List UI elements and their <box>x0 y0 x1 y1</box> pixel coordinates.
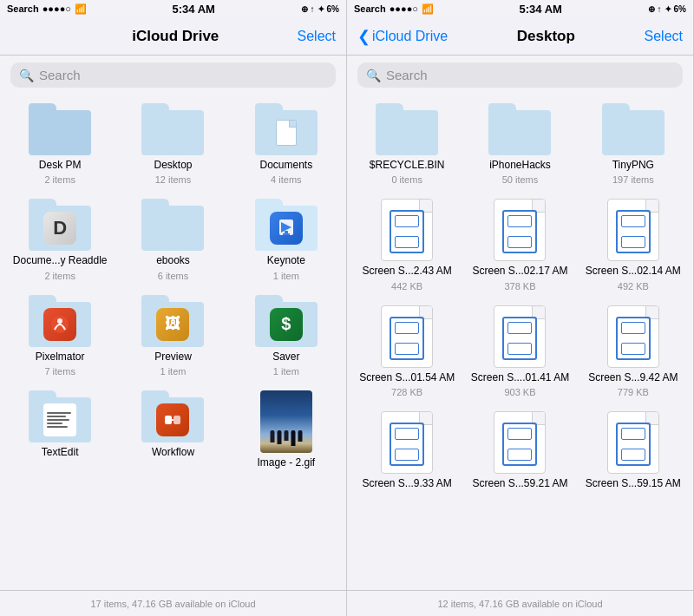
list-item[interactable]: Screen S...02.17 AM 378 KB <box>465 199 574 291</box>
search-placeholder-right: Search <box>386 68 428 82</box>
item-name: Screen S....01.41 AM <box>471 371 569 383</box>
folder-icon <box>602 103 665 155</box>
item-name: TinyPNG <box>612 159 654 171</box>
item-name: Screen S...59.21 AM <box>472 477 567 489</box>
app-logo-saver: $ <box>270 308 303 341</box>
folder-icon <box>141 103 204 155</box>
item-name: Image - 2.gif <box>257 456 315 469</box>
folder-icon-app <box>29 295 91 347</box>
list-item[interactable]: Screen S...9.42 AM 779 KB <box>579 305 688 397</box>
nav-bar-right: ❮ iCloud Drive Desktop Select <box>347 17 693 56</box>
screenshot-icon <box>607 305 659 368</box>
time-label: 5:34 AM <box>173 3 215 16</box>
wifi-icon: 📶 <box>75 3 87 15</box>
signal-dots: ●●●●○ <box>43 3 71 14</box>
folder-icon-app <box>255 199 318 251</box>
item-count: 442 KB <box>391 281 422 292</box>
item-count: 1 item <box>273 271 299 281</box>
status-left: Search ●●●●○ 📶 <box>7 3 87 15</box>
list-item[interactable]: Desk PM 2 items <box>5 103 115 185</box>
folder-icon-app <box>29 390 91 442</box>
list-item[interactable]: D Docume...y Readdle 2 items <box>5 199 115 280</box>
search-bar-right: 🔍 Search <box>347 56 693 95</box>
svg-rect-7 <box>174 416 180 424</box>
carrier-label: Search <box>7 3 39 14</box>
app-logo-pixelmator <box>43 308 76 341</box>
list-item[interactable]: ebooks 6 items <box>118 199 227 280</box>
item-count: 50 items <box>502 174 539 185</box>
list-item[interactable]: Workflow <box>118 390 227 472</box>
item-count: 903 KB <box>504 387 535 397</box>
list-item[interactable]: 🖼 Preview 1 item <box>118 295 227 377</box>
search-input-left[interactable]: 🔍 Search <box>10 62 336 88</box>
status-bar-left: Search ●●●●○ 📶 5:34 AM ⊕ ↑ ✦ 6% <box>0 0 346 17</box>
list-item[interactable]: Screen S...9.33 AM <box>352 411 462 493</box>
list-item[interactable]: iPhoneHacks 50 items <box>465 103 574 185</box>
item-count: 779 KB <box>618 387 649 397</box>
item-count: 728 KB <box>391 387 422 397</box>
list-item[interactable]: $ Saver 1 item <box>232 295 341 377</box>
screenshot-icon <box>607 411 659 474</box>
list-item[interactable]: TextEdit <box>5 390 115 472</box>
screenshot-icon <box>381 411 433 474</box>
item-count: 197 items <box>612 174 654 185</box>
app-logo-preview: 🖼 <box>156 308 189 341</box>
folder-icon <box>255 103 318 155</box>
arrow-icon-right: ↑ <box>658 4 662 14</box>
status-right-right: ⊕ ↑ ✦ 6% <box>648 4 686 14</box>
app-logo-dash: D <box>43 212 76 245</box>
item-name: Desktop <box>154 159 192 171</box>
folder-icon-app <box>141 390 204 442</box>
select-button-left[interactable]: Select <box>298 29 336 44</box>
image-thumbnail <box>260 390 312 453</box>
nav-title-right: Desktop <box>448 28 644 45</box>
search-input-right[interactable]: 🔍 Search <box>357 62 683 88</box>
item-count: 492 KB <box>618 281 649 292</box>
item-count: 2 items <box>44 271 75 281</box>
carrier-label-right: Search <box>354 3 386 14</box>
list-item[interactable]: Pixelmator 7 items <box>5 295 115 377</box>
list-item[interactable]: Keynote 1 item <box>232 199 341 280</box>
item-name: Screen S...02.17 AM <box>472 265 567 277</box>
screenshot-icon <box>381 305 433 368</box>
footer-text-left: 17 items, 47.16 GB available on iCloud <box>90 599 255 609</box>
wifi-icon-right: 📶 <box>422 3 434 15</box>
list-item[interactable]: $RECYCLE.BIN 0 items <box>352 103 462 185</box>
list-item[interactable]: Screen S...02.14 AM 492 KB <box>579 199 688 291</box>
item-name: Docume...y Readdle <box>13 254 108 266</box>
time-label-right: 5:34 AM <box>520 3 562 16</box>
list-item[interactable]: Screen S...59.21 AM <box>465 411 574 493</box>
list-item[interactable]: Screen S....01.41 AM 903 KB <box>465 305 574 397</box>
list-item[interactable]: Screen S...59.15 AM <box>579 411 688 493</box>
status-right: ⊕ ↑ ✦ 6% <box>301 4 339 14</box>
select-button-right[interactable]: Select <box>645 29 683 44</box>
bluetooth-icon-right: ✦ <box>665 4 671 14</box>
list-item[interactable]: Screen S...2.43 AM 442 KB <box>352 199 462 291</box>
screenshot-icon <box>607 199 659 261</box>
list-item[interactable]: TinyPNG 197 items <box>579 103 688 185</box>
bluetooth-icon: ✦ <box>318 4 324 14</box>
list-item[interactable]: Documents 4 items <box>232 103 341 185</box>
svg-rect-2 <box>283 233 290 235</box>
list-item[interactable]: Screen S...01.54 AM 728 KB <box>352 305 462 397</box>
panel-desktop: Search ●●●●○ 📶 5:34 AM ⊕ ↑ ✦ 6% ❮ iCloud… <box>347 0 694 616</box>
item-count: 1 item <box>273 366 299 377</box>
item-count: 2 items <box>44 174 75 185</box>
list-item[interactable]: Image - 2.gif <box>232 390 341 472</box>
back-button[interactable]: ❮ iCloud Drive <box>357 27 448 46</box>
folder-icon-app: D <box>29 199 91 251</box>
svg-rect-6 <box>165 416 172 424</box>
item-name: Documents <box>259 159 312 171</box>
list-item[interactable]: Desktop 12 items <box>118 103 227 185</box>
grid-right: $RECYCLE.BIN 0 items iPhoneHacks 50 item… <box>352 103 688 494</box>
item-name: iPhoneHacks <box>489 159 551 171</box>
item-name: Preview <box>154 351 192 363</box>
item-name: Workflow <box>152 446 194 458</box>
grid-area-left: Desk PM 2 items Desktop 12 items <box>0 95 346 590</box>
search-placeholder-left: Search <box>39 68 81 82</box>
item-count: 6 items <box>158 271 188 281</box>
item-name: Saver <box>272 351 299 363</box>
item-name: Keynote <box>267 254 305 266</box>
arrow-icon: ↑ <box>311 4 315 14</box>
item-name: Screen S...9.42 AM <box>588 371 678 383</box>
